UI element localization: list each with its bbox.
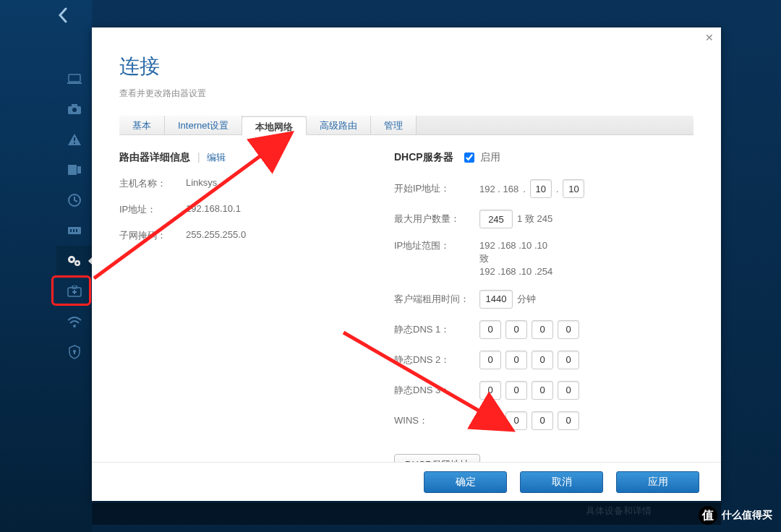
max-users-note: 1 致 245 bbox=[517, 213, 552, 226]
back-button[interactable] bbox=[58, 7, 68, 27]
dns3-label: 静态DNS 3： bbox=[394, 384, 479, 397]
dns1-a[interactable] bbox=[479, 320, 501, 339]
svg-rect-5 bbox=[74, 137, 75, 141]
start-ip-prefix: 192 . 168 bbox=[479, 184, 518, 194]
svg-rect-11 bbox=[70, 229, 72, 232]
lease-input[interactable] bbox=[479, 290, 513, 309]
max-users-input[interactable] bbox=[479, 210, 513, 228]
dns2-d[interactable] bbox=[558, 351, 579, 369]
lease-label: 客户端租用时间： bbox=[394, 293, 479, 306]
edit-link[interactable]: 编辑 bbox=[207, 152, 226, 163]
router-info-section: 路由器详细信息 | 编辑 主机名称： Linksys IP地址： 192.168… bbox=[119, 151, 394, 476]
watermark: 值 什么值得买 bbox=[699, 506, 772, 525]
media-icon[interactable] bbox=[56, 155, 92, 185]
camera-icon[interactable] bbox=[56, 94, 92, 124]
svg-rect-19 bbox=[72, 286, 77, 288]
faint-text: 具体设备和详情 bbox=[586, 505, 652, 518]
page-title: 连接 bbox=[119, 53, 693, 80]
dns3-b[interactable] bbox=[505, 381, 527, 400]
dns1-b[interactable] bbox=[505, 320, 527, 339]
medkit-icon[interactable] bbox=[56, 276, 92, 306]
laptop-icon[interactable] bbox=[56, 64, 92, 94]
ip-value: 192.168.10.1 bbox=[186, 203, 241, 216]
settings-panel: ✕ 连接 查看并更改路由器设置 基本 Internet设置 本地网络 高级路由 … bbox=[92, 27, 721, 501]
sidebar-icon-strip bbox=[56, 64, 92, 367]
router-info-heading-text: 路由器详细信息 bbox=[119, 151, 190, 163]
dns3-a[interactable] bbox=[479, 381, 501, 400]
shield-icon[interactable] bbox=[56, 337, 92, 367]
svg-rect-8 bbox=[77, 166, 81, 173]
svg-rect-22 bbox=[74, 352, 75, 354]
start-ip-octet4[interactable] bbox=[563, 179, 584, 198]
hostname-label: 主机名称： bbox=[119, 177, 186, 190]
svg-point-20 bbox=[73, 325, 76, 327]
gears-icon[interactable] bbox=[56, 246, 92, 276]
svg-rect-6 bbox=[74, 142, 75, 144]
svg-rect-12 bbox=[73, 229, 74, 232]
range-from: 192 .168 .10 .10 bbox=[479, 239, 552, 252]
svg-rect-4 bbox=[72, 104, 77, 107]
mask-label: 子网掩码： bbox=[119, 229, 186, 242]
dns1-c[interactable] bbox=[532, 320, 553, 339]
dns1-label: 静态DNS 1： bbox=[394, 323, 479, 336]
tab-adv-routing[interactable]: 高级路由 bbox=[307, 116, 371, 134]
dns3-c[interactable] bbox=[532, 381, 553, 400]
svg-rect-7 bbox=[68, 165, 77, 175]
warn-icon[interactable] bbox=[56, 124, 92, 155]
svg-rect-13 bbox=[76, 229, 77, 232]
range-label: IP地址范围： bbox=[394, 239, 479, 252]
wins-a[interactable] bbox=[479, 411, 501, 430]
wins-d[interactable] bbox=[558, 411, 579, 430]
wifi-icon[interactable] bbox=[56, 306, 92, 337]
tab-admin[interactable]: 管理 bbox=[371, 116, 417, 134]
svg-rect-1 bbox=[67, 82, 82, 84]
hostname-value: Linksys bbox=[186, 177, 217, 190]
page-subtitle: 查看并更改路由器设置 bbox=[119, 87, 693, 100]
svg-point-15 bbox=[70, 258, 73, 261]
watermark-icon: 值 bbox=[699, 506, 717, 525]
tab-internet[interactable]: Internet设置 bbox=[165, 116, 242, 134]
watermark-text: 什么值得买 bbox=[722, 509, 772, 522]
dhcp-heading-text: DHCP服务器 bbox=[394, 151, 453, 163]
dhcp-section: DHCP服务器 启用 开始IP地址： 192 . 168 . . bbox=[394, 151, 693, 476]
svg-rect-0 bbox=[69, 74, 80, 82]
apply-button[interactable]: 应用 bbox=[616, 471, 699, 493]
wins-c[interactable] bbox=[532, 411, 553, 430]
wins-b[interactable] bbox=[505, 411, 527, 430]
start-ip-octet3[interactable] bbox=[530, 179, 552, 198]
dialog-footer: 确定 取消 应用 bbox=[92, 462, 721, 501]
svg-point-3 bbox=[72, 108, 77, 112]
clock-icon[interactable] bbox=[56, 185, 92, 215]
dns2-label: 静态DNS 2： bbox=[394, 353, 479, 366]
dhcp-enable-checkbox[interactable] bbox=[464, 153, 474, 163]
dns2-c[interactable] bbox=[532, 351, 553, 369]
ok-button[interactable]: 确定 bbox=[424, 471, 507, 493]
lease-unit: 分钟 bbox=[517, 293, 536, 306]
mask-value: 255.255.255.0 bbox=[186, 229, 246, 242]
cancel-button[interactable]: 取消 bbox=[520, 471, 603, 493]
range-to: 192 .168 .10 .254 bbox=[479, 265, 552, 278]
dhcp-enable-label: 启用 bbox=[480, 151, 500, 163]
router-info-heading: 路由器详细信息 | 编辑 bbox=[119, 151, 394, 164]
tab-basic[interactable]: 基本 bbox=[119, 116, 165, 134]
ip-label: IP地址： bbox=[119, 203, 186, 216]
wins-label: WINS： bbox=[394, 414, 479, 427]
start-ip-label: 开始IP地址： bbox=[394, 182, 479, 195]
tabs: 基本 Internet设置 本地网络 高级路由 管理 bbox=[119, 116, 693, 135]
dns2-b[interactable] bbox=[505, 351, 527, 369]
range-sep: 致 bbox=[479, 252, 552, 265]
max-users-label: 最大用户数量： bbox=[394, 213, 479, 226]
eq-icon[interactable] bbox=[56, 215, 92, 246]
dhcp-heading: DHCP服务器 启用 bbox=[394, 151, 693, 164]
dns3-d[interactable] bbox=[558, 381, 579, 400]
close-icon[interactable]: ✕ bbox=[704, 32, 715, 43]
sidebar bbox=[0, 0, 92, 532]
tab-local-network[interactable]: 本地网络 bbox=[242, 116, 307, 135]
dns1-d[interactable] bbox=[558, 320, 579, 339]
svg-point-17 bbox=[76, 262, 78, 265]
dns2-a[interactable] bbox=[479, 351, 501, 369]
